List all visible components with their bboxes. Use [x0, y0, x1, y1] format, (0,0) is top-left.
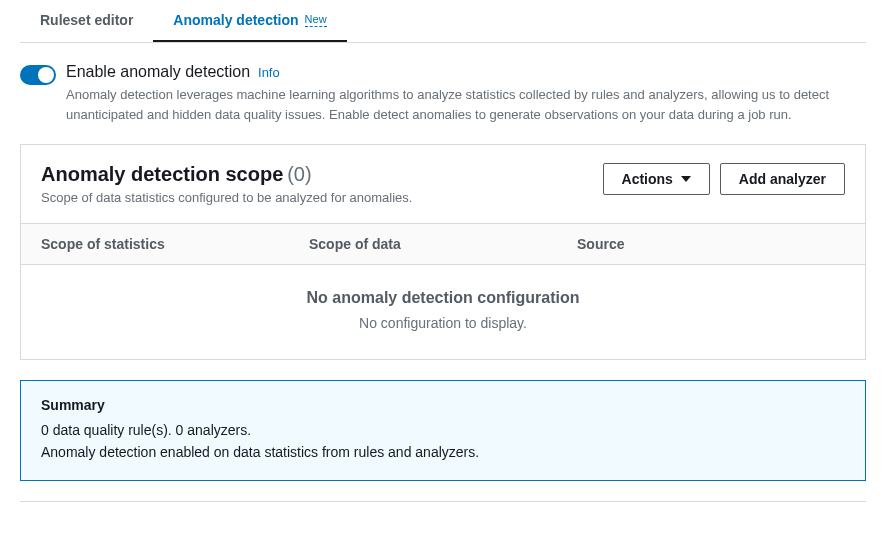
- add-analyzer-label: Add analyzer: [739, 171, 826, 187]
- toggle-knob: [38, 67, 54, 83]
- tab-ruleset-editor[interactable]: Ruleset editor: [20, 0, 153, 42]
- info-link[interactable]: Info: [258, 65, 280, 80]
- empty-description: No configuration to display.: [41, 315, 845, 331]
- scope-panel: Anomaly detection scope (0) Scope of dat…: [20, 144, 866, 360]
- table-header: Scope of statistics Scope of data Source: [21, 223, 865, 265]
- tabs-container: Ruleset editor Anomaly detection New: [20, 0, 866, 43]
- enable-description: Anomaly detection leverages machine lear…: [66, 85, 866, 124]
- enable-title: Enable anomaly detection: [66, 63, 250, 80]
- actions-button[interactable]: Actions: [603, 163, 710, 195]
- empty-title: No anomaly detection configuration: [41, 289, 845, 307]
- column-source: Source: [577, 236, 845, 252]
- tab-label: Ruleset editor: [40, 12, 133, 28]
- scope-actions: Actions Add analyzer: [603, 163, 845, 195]
- summary-title: Summary: [41, 397, 845, 413]
- add-analyzer-button[interactable]: Add analyzer: [720, 163, 845, 195]
- summary-line-1: 0 data quality rule(s). 0 analyzers.: [41, 419, 845, 441]
- scope-count: (0): [287, 163, 311, 185]
- actions-label: Actions: [622, 171, 673, 187]
- tab-anomaly-detection[interactable]: Anomaly detection New: [153, 0, 346, 42]
- enable-text-block: Enable anomaly detection Info Anomaly de…: [66, 63, 866, 124]
- summary-line-2: Anomaly detection enabled on data statis…: [41, 441, 845, 463]
- scope-subtitle: Scope of data statistics configured to b…: [41, 190, 603, 205]
- empty-state: No anomaly detection configuration No co…: [21, 265, 865, 359]
- bottom-divider: [20, 501, 866, 502]
- enable-toggle[interactable]: [20, 65, 56, 85]
- scope-header: Anomaly detection scope (0) Scope of dat…: [21, 145, 865, 223]
- scope-title: Anomaly detection scope: [41, 163, 283, 185]
- summary-panel: Summary 0 data quality rule(s). 0 analyz…: [20, 380, 866, 481]
- enable-section: Enable anomaly detection Info Anomaly de…: [20, 63, 866, 124]
- new-badge: New: [305, 13, 327, 27]
- column-scope-stats: Scope of statistics: [41, 236, 309, 252]
- scope-title-wrap: Anomaly detection scope (0) Scope of dat…: [41, 163, 603, 205]
- tab-label: Anomaly detection: [173, 12, 298, 28]
- chevron-down-icon: [681, 176, 691, 182]
- column-scope-data: Scope of data: [309, 236, 577, 252]
